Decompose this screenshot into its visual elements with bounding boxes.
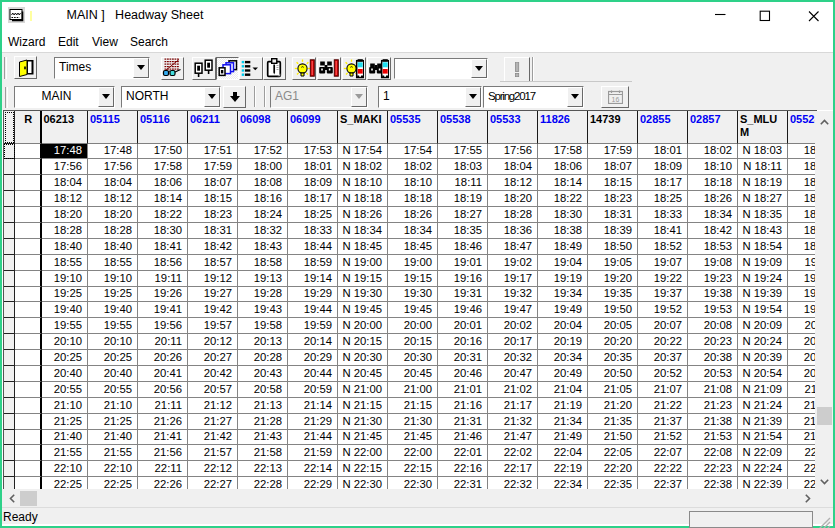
svg-text:16: 16 <box>611 95 619 102</box>
